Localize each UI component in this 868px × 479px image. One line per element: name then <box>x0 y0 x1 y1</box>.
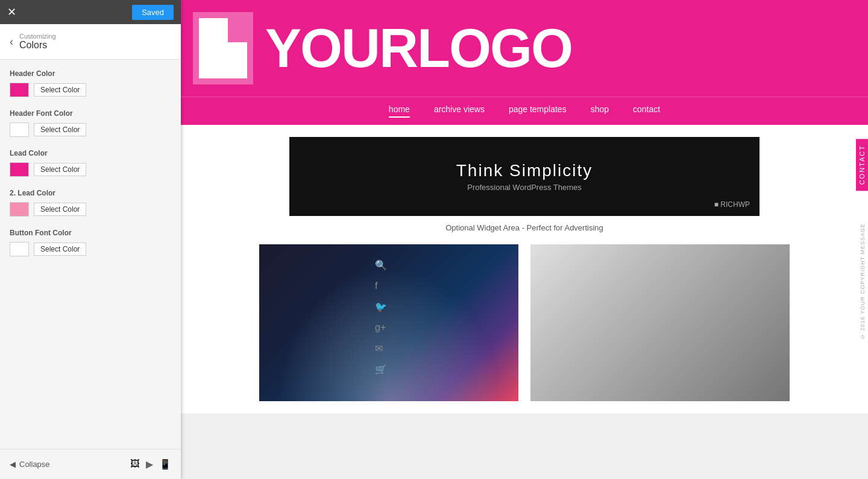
bottom-bar: ◀ Collapse 🖼 ▶ 📱 <box>0 449 181 479</box>
desktop-icon[interactable]: 🖼 <box>130 458 140 470</box>
site-preview: YOURLOGO home archive views page templat… <box>181 0 868 479</box>
color-label-lead-color: Lead Color <box>10 149 171 157</box>
facebook-icon[interactable]: f <box>375 281 387 291</box>
content-area: Think Simplicity Professional WordPress … <box>181 125 868 413</box>
nav-customizing: Customizing <box>19 33 56 40</box>
device-icons: 🖼 ▶ 📱 <box>130 458 171 470</box>
color-option-header-color: Header ColorSelect Color <box>10 69 171 97</box>
grid-item-runway <box>259 244 518 401</box>
logo-area: YOURLOGO <box>181 0 868 97</box>
collapse-left-icon: ◀ <box>10 460 16 469</box>
select-color-btn-lead2-color[interactable]: Select Color <box>34 203 86 216</box>
image-grid <box>259 244 790 401</box>
color-label-header-color: Header Color <box>10 69 171 78</box>
twitter-icon[interactable]: 🐦 <box>375 301 387 312</box>
grid-item-portrait <box>530 244 790 401</box>
nav-shop[interactable]: shop <box>591 104 609 118</box>
nav-contact[interactable]: contact <box>633 104 660 118</box>
nav-text: Customizing Colors <box>19 33 56 51</box>
color-label-header-font-color: Header Font Color <box>10 109 171 118</box>
site-nav: home archive views page templates shop c… <box>181 97 868 125</box>
portrait-image <box>530 244 790 401</box>
color-label-lead2-color: 2. Lead Color <box>10 189 171 197</box>
logo-icon <box>193 12 253 84</box>
logo-text: YOURLOGO <box>265 21 572 75</box>
color-row-header-color: Select Color <box>10 83 171 97</box>
site-header: YOURLOGO home archive views page templat… <box>181 0 868 125</box>
cart-icon[interactable]: 🛒 <box>375 364 387 375</box>
select-color-btn-header-font-color[interactable]: Select Color <box>34 123 86 136</box>
nav-page-templates[interactable]: page templates <box>509 104 567 118</box>
customizer-panel: ✕ Saved ‹ Customizing Colors Header Colo… <box>0 0 181 479</box>
color-swatch-header-font-color[interactable] <box>10 122 29 137</box>
ad-title: Think Simplicity <box>313 161 735 180</box>
ad-subtitle: Professional WordPress Themes <box>313 183 735 192</box>
saved-button[interactable]: Saved <box>132 5 174 20</box>
collapse-button[interactable]: ◀ Collapse <box>10 460 50 469</box>
select-color-btn-header-color[interactable]: Select Color <box>34 83 86 97</box>
color-swatch-header-color[interactable] <box>10 83 29 97</box>
color-option-button-font-color: Button Font ColorSelect Color <box>10 229 171 256</box>
ad-banner: Think Simplicity Professional WordPress … <box>289 137 760 216</box>
color-swatch-lead2-color[interactable] <box>10 202 29 217</box>
copyright: © 2016 YOUR COPYRIGHT MESSAGE <box>857 217 868 346</box>
collapse-label: Collapse <box>19 460 50 469</box>
color-row-lead-color: Select Color <box>10 162 171 177</box>
runway-image <box>259 244 518 401</box>
color-swatch-lead-color[interactable] <box>10 162 29 177</box>
back-icon: ‹ <box>10 36 13 48</box>
top-bar: ✕ Saved <box>0 0 181 24</box>
color-option-header-font-color: Header Font ColorSelect Color <box>10 109 171 137</box>
email-icon[interactable]: ✉ <box>375 343 387 354</box>
close-icon[interactable]: ✕ <box>7 5 16 19</box>
nav-home[interactable]: home <box>389 104 410 118</box>
googleplus-icon[interactable]: g+ <box>375 322 387 333</box>
color-swatch-button-font-color[interactable] <box>10 242 29 256</box>
color-option-lead2-color: 2. Lead ColorSelect Color <box>10 189 171 217</box>
nav-archive-views[interactable]: archive views <box>434 104 485 118</box>
color-options: Header ColorSelect ColorHeader Font Colo… <box>0 60 181 449</box>
color-label-button-font-color: Button Font Color <box>10 229 171 237</box>
social-icons: 🔍 f 🐦 g+ ✉ 🛒 <box>375 259 387 375</box>
color-row-header-font-color: Select Color <box>10 122 171 137</box>
mobile-icon[interactable]: 📱 <box>159 458 171 470</box>
side-contact[interactable]: CONTACT <box>856 139 868 191</box>
color-row-button-font-color: Select Color <box>10 242 171 256</box>
back-nav[interactable]: ‹ Customizing Colors <box>0 24 181 60</box>
tablet-icon[interactable]: ▶ <box>146 458 153 470</box>
ad-logo-text: RICHWP <box>714 200 750 209</box>
select-color-btn-button-font-color[interactable]: Select Color <box>34 243 86 256</box>
select-color-btn-lead-color[interactable]: Select Color <box>34 163 86 176</box>
color-row-lead2-color: Select Color <box>10 202 171 217</box>
ad-caption: Optional Widget Area - Perfect for Adver… <box>217 223 832 232</box>
nav-section: Colors <box>19 40 56 51</box>
search-social-icon[interactable]: 🔍 <box>375 259 387 271</box>
color-option-lead-color: Lead ColorSelect Color <box>10 149 171 177</box>
